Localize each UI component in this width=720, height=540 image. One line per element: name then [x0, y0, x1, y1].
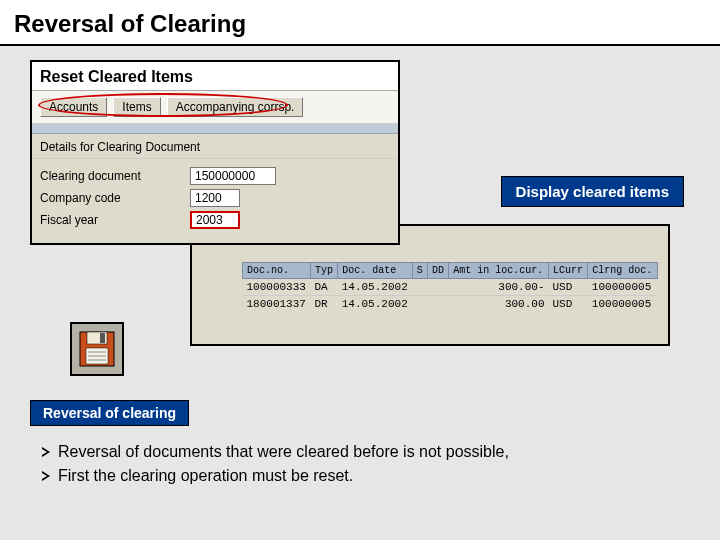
main-area: Reset Cleared Items Accounts Items Accom… [0, 46, 720, 426]
save-button[interactable] [70, 322, 124, 376]
cell-typ: DA [310, 279, 337, 296]
col-clrng: Clrng doc. [588, 263, 658, 279]
reversal-of-clearing-badge: Reversal of clearing [30, 400, 189, 426]
col-dd: DD [427, 263, 448, 279]
chevron-right-icon [42, 447, 50, 457]
panel-separator [32, 124, 398, 134]
cell-amt: 300.00- [449, 279, 549, 296]
col-docdate: Doc. date [338, 263, 413, 279]
table-body: 100000333 DA 14.05.2002 300.00- USD 1000… [243, 279, 658, 313]
company-code-label: Company code [40, 191, 190, 205]
clearing-document-input[interactable] [190, 167, 276, 185]
cell-dd [427, 296, 448, 313]
note-text: Reversal of documents that were cleared … [58, 440, 509, 464]
display-cleared-items-badge: Display cleared items [501, 176, 684, 207]
col-amt: Amt in loc.cur. [449, 263, 549, 279]
reset-panel-toolbar: Accounts Items Accompanying corrsp. [32, 91, 398, 124]
col-s: S [412, 263, 427, 279]
accompanying-corrsp-button[interactable]: Accompanying corrsp. [167, 97, 304, 117]
note-text: First the clearing operation must be res… [58, 464, 353, 488]
cell-clrng: 100000005 [588, 279, 658, 296]
cleared-items-table: Doc.no. Typ Doc. date S DD Amt in loc.cu… [242, 262, 658, 312]
fiscal-year-label: Fiscal year [40, 213, 190, 227]
form-area: Clearing document Company code Fiscal ye… [32, 159, 398, 243]
page-title: Reversal of Clearing [0, 0, 720, 46]
company-code-row: Company code [40, 189, 390, 207]
fiscal-year-input[interactable] [190, 211, 240, 229]
cell-dd [427, 279, 448, 296]
cell-lcurr: USD [549, 296, 588, 313]
svg-rect-2 [100, 333, 105, 343]
note-line: First the clearing operation must be res… [42, 464, 690, 488]
floppy-disk-icon [78, 330, 116, 368]
cell-typ: DR [310, 296, 337, 313]
cell-s [412, 279, 427, 296]
cell-amt: 300.00 [449, 296, 549, 313]
cell-docno: 180001337 [243, 296, 311, 313]
accounts-button[interactable]: Accounts [40, 97, 107, 117]
cell-s [412, 296, 427, 313]
chevron-right-icon [42, 471, 50, 481]
company-code-input[interactable] [190, 189, 240, 207]
table-row[interactable]: 180001337 DR 14.05.2002 300.00 USD 10000… [243, 296, 658, 313]
clearing-document-label: Clearing document [40, 169, 190, 183]
fiscal-year-row: Fiscal year [40, 211, 390, 229]
note-line: Reversal of documents that were cleared … [42, 440, 690, 464]
table-header-row: Doc.no. Typ Doc. date S DD Amt in loc.cu… [243, 263, 658, 279]
col-typ: Typ [310, 263, 337, 279]
reset-panel-title: Reset Cleared Items [32, 62, 398, 91]
table-row[interactable]: 100000333 DA 14.05.2002 300.00- USD 1000… [243, 279, 658, 296]
items-button[interactable]: Items [113, 97, 160, 117]
cell-lcurr: USD [549, 279, 588, 296]
cell-date: 14.05.2002 [338, 279, 413, 296]
col-docno: Doc.no. [243, 263, 311, 279]
cell-docno: 100000333 [243, 279, 311, 296]
details-header: Details for Clearing Document [32, 134, 398, 159]
clearing-document-row: Clearing document [40, 167, 390, 185]
cell-clrng: 100000005 [588, 296, 658, 313]
col-lcurr: LCurr [549, 263, 588, 279]
notes-area: Reversal of documents that were cleared … [42, 440, 690, 488]
reset-cleared-items-panel: Reset Cleared Items Accounts Items Accom… [30, 60, 400, 245]
cell-date: 14.05.2002 [338, 296, 413, 313]
